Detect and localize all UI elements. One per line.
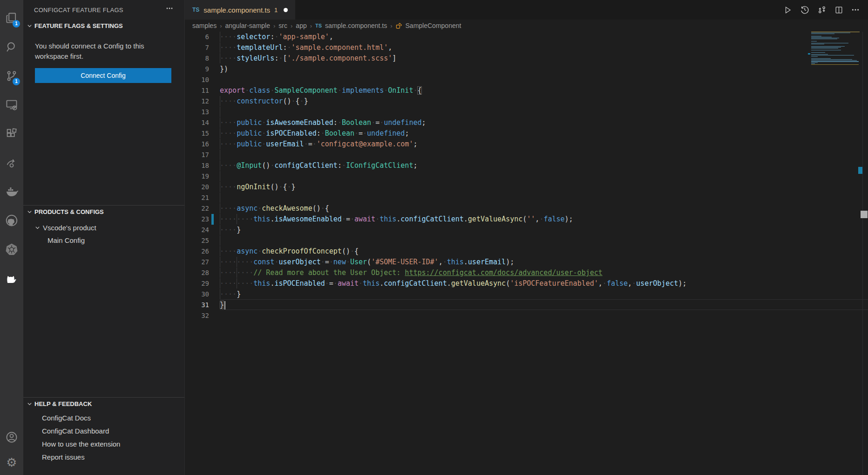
- activity-explorer[interactable]: 1: [0, 4, 23, 33]
- line-number[interactable]: 11: [185, 85, 209, 96]
- line-number[interactable]: 8: [185, 53, 209, 64]
- code-line[interactable]: 17: [185, 150, 868, 160]
- tree-item-config[interactable]: Main Config: [47, 234, 85, 246]
- code-line[interactable]: 12····constructor()·{·}: [185, 96, 868, 107]
- code-line[interactable]: 13: [185, 107, 868, 117]
- breadcrumb-angular-sample[interactable]: angular-sample: [225, 22, 270, 29]
- activity-search[interactable]: [0, 33, 23, 62]
- line-number[interactable]: 16: [185, 139, 209, 150]
- code-line[interactable]: 6····selector:·'app-sample',: [185, 32, 868, 42]
- section-help-feedback[interactable]: HELP & FEEDBACK: [27, 400, 92, 407]
- line-number[interactable]: 7: [185, 42, 209, 53]
- line-number[interactable]: 26: [185, 246, 209, 257]
- accounts-button[interactable]: [0, 425, 23, 450]
- code-line[interactable]: 32: [185, 310, 868, 321]
- code-line[interactable]: 23········this.isAwesomeEnabled·=·await·…: [185, 214, 868, 225]
- line-number[interactable]: 12: [185, 96, 209, 107]
- code-line[interactable]: 20····ngOnInit()·{·}: [185, 182, 868, 193]
- line-number[interactable]: 31: [185, 300, 209, 310]
- line-number[interactable]: 32: [185, 310, 209, 321]
- breadcrumb-samples[interactable]: samples: [192, 22, 217, 29]
- settings-button[interactable]: ⚙: [0, 450, 23, 475]
- breadcrumb-app[interactable]: app: [296, 22, 306, 29]
- activity-configcat[interactable]: [0, 264, 23, 293]
- code-editor[interactable]: 6····selector:·'app-sample',7····templat…: [185, 32, 868, 475]
- breadcrumb-file[interactable]: sample.component.ts: [325, 22, 387, 29]
- line-number[interactable]: 25: [185, 235, 209, 246]
- line-number[interactable]: 29: [185, 278, 209, 289]
- code-text: [220, 193, 868, 203]
- line-number[interactable]: 17: [185, 150, 209, 160]
- line-number[interactable]: 14: [185, 117, 209, 128]
- code-line[interactable]: 22····async·checkAwesome()·{: [185, 203, 868, 214]
- line-number[interactable]: 21: [185, 193, 209, 203]
- section-feature-flags-settings[interactable]: FEATURE FLAGS & SETTINGS: [27, 22, 123, 29]
- line-number[interactable]: 18: [185, 160, 209, 171]
- gutter-space: [211, 160, 214, 171]
- breadcrumb-symbol[interactable]: SampleComponent: [406, 22, 461, 29]
- line-number[interactable]: 20: [185, 182, 209, 193]
- code-line[interactable]: 24····}: [185, 225, 868, 235]
- tab-sample-component[interactable]: TS sample.component.ts 1: [185, 0, 295, 20]
- editor-actions: [783, 0, 868, 20]
- timeline-icon[interactable]: [800, 5, 809, 14]
- split-editor-button[interactable]: [834, 6, 843, 14]
- activity-live-share[interactable]: [0, 148, 23, 177]
- code-line[interactable]: 7····templateUrl:·'sample.component.html…: [185, 42, 868, 53]
- line-number[interactable]: 23: [185, 214, 209, 225]
- help-link-dashboard[interactable]: ConfigCat Dashboard: [42, 427, 109, 435]
- line-number[interactable]: 19: [185, 171, 209, 182]
- activity-remote-explorer[interactable]: [0, 90, 23, 119]
- line-number[interactable]: 27: [185, 257, 209, 268]
- code-line[interactable]: 14····public·isAwesomeEnabled:·Boolean·=…: [185, 117, 868, 128]
- section-products-configs[interactable]: PRODUCTS & CONFIGS: [27, 208, 104, 215]
- activity-kubernetes[interactable]: [0, 235, 23, 264]
- sidebar-more-actions-button[interactable]: [166, 5, 173, 12]
- activity-extensions[interactable]: [0, 119, 23, 148]
- line-number[interactable]: 28: [185, 268, 209, 278]
- code-line[interactable]: 25: [185, 235, 868, 246]
- tree-item-product[interactable]: Vscode's product: [35, 222, 96, 233]
- line-number[interactable]: 30: [185, 289, 209, 300]
- code-line[interactable]: 15····public·isPOCEnabled:·Boolean·=·und…: [185, 128, 868, 139]
- help-link-how-to[interactable]: How to use the extension: [42, 440, 120, 448]
- code-line[interactable]: 30····}: [185, 289, 868, 300]
- code-line[interactable]: 28········// Read more about the User Ob…: [185, 268, 868, 278]
- code-line[interactable]: 16····public·userEmail·=·'configcat@exam…: [185, 139, 868, 150]
- more-actions-button[interactable]: [851, 6, 860, 14]
- connect-config-button[interactable]: Connect Config: [35, 68, 171, 83]
- code-line[interactable]: 31}: [185, 300, 868, 310]
- minimap[interactable]: [811, 32, 861, 65]
- gutter-space: [211, 203, 214, 214]
- unsaved-dot-icon[interactable]: [284, 8, 288, 12]
- line-number[interactable]: 10: [185, 75, 209, 85]
- code-line[interactable]: 29········this.isPOCEnabled·=·await·this…: [185, 278, 868, 289]
- activity-source-control[interactable]: 1: [0, 62, 23, 90]
- code-line[interactable]: 18····@Input()·configCatClient:·IConfigC…: [185, 160, 868, 171]
- line-number[interactable]: 9: [185, 64, 209, 75]
- code-line[interactable]: 26····async·checkProofOfConcept()·{: [185, 246, 868, 257]
- overview-ruler-cursor-marker[interactable]: [861, 211, 868, 218]
- code-line[interactable]: 21: [185, 193, 868, 203]
- line-number[interactable]: 6: [185, 32, 209, 42]
- line-number[interactable]: 22: [185, 203, 209, 214]
- run-button[interactable]: [783, 6, 792, 14]
- breadcrumb-src[interactable]: src: [278, 22, 287, 29]
- line-number[interactable]: 15: [185, 128, 209, 139]
- activity-github[interactable]: [0, 206, 23, 235]
- code-line[interactable]: 19: [185, 171, 868, 182]
- overview-ruler-modified-marker[interactable]: [858, 167, 862, 174]
- code-line[interactable]: 9}): [185, 64, 868, 75]
- gutter-space: [211, 128, 214, 139]
- activity-docker[interactable]: [0, 177, 23, 206]
- help-link-report-issues[interactable]: Report issues: [42, 453, 85, 461]
- code-line[interactable]: 10: [185, 75, 868, 85]
- code-line[interactable]: 11export·class·SampleComponent·implement…: [185, 85, 868, 96]
- line-number[interactable]: 13: [185, 107, 209, 117]
- minimap-line: [811, 34, 834, 34]
- help-link-docs[interactable]: ConfigCat Docs: [42, 414, 91, 422]
- line-number[interactable]: 24: [185, 225, 209, 235]
- open-changes-icon[interactable]: [817, 5, 827, 14]
- code-line[interactable]: 8····styleUrls:·['./sample.component.scs…: [185, 53, 868, 64]
- code-line[interactable]: 27········const·userObject·=·new·User('#…: [185, 257, 868, 268]
